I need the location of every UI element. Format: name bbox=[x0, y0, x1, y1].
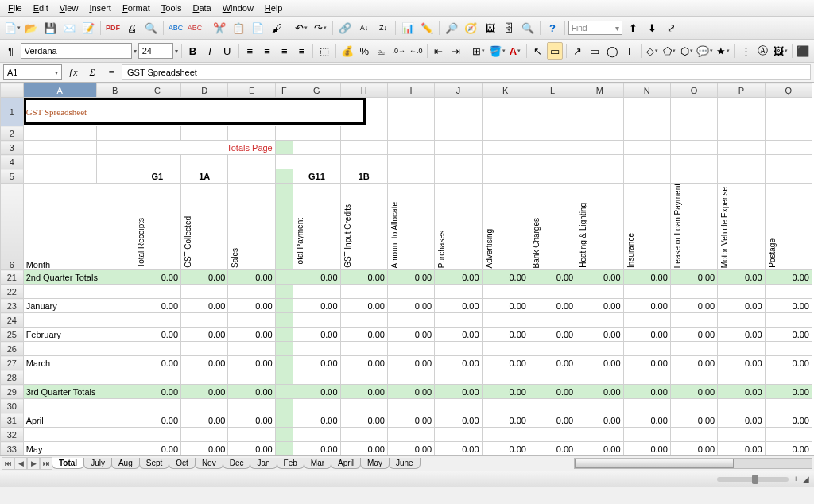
callouts-button[interactable]: 💬 bbox=[696, 42, 714, 60]
cell[interactable]: Insurance bbox=[623, 184, 670, 270]
cell[interactable]: 0.00 bbox=[134, 442, 180, 455]
cell[interactable] bbox=[623, 342, 670, 356]
cell[interactable] bbox=[765, 342, 812, 356]
cell[interactable] bbox=[134, 155, 180, 169]
email-button[interactable]: ✉️ bbox=[60, 19, 78, 37]
cell[interactable]: 0.00 bbox=[529, 270, 576, 285]
align-justify-button[interactable]: ≡ bbox=[294, 42, 310, 60]
cell[interactable] bbox=[275, 399, 293, 413]
cell[interactable]: 0.00 bbox=[435, 442, 482, 455]
cell[interactable]: 0.00 bbox=[529, 328, 576, 342]
cell[interactable] bbox=[134, 370, 180, 385]
row-header[interactable]: 5 bbox=[1, 169, 24, 184]
row-header[interactable]: 32 bbox=[1, 428, 24, 442]
cell[interactable] bbox=[181, 399, 228, 413]
cell[interactable] bbox=[576, 285, 623, 299]
sheet-tab-mar[interactable]: Mar bbox=[304, 458, 331, 469]
title-cell[interactable]: GST Spreadsheet bbox=[23, 98, 387, 126]
cell[interactable]: 0.00 bbox=[765, 413, 812, 428]
copy-button[interactable]: 📋 bbox=[230, 19, 247, 37]
col-header-I[interactable]: I bbox=[387, 83, 434, 98]
cell[interactable] bbox=[670, 285, 717, 299]
cell[interactable]: 0.00 bbox=[482, 356, 529, 370]
cell[interactable]: Month bbox=[23, 184, 134, 270]
cell[interactable]: Sales bbox=[228, 184, 275, 270]
align-left-button[interactable]: ≡ bbox=[242, 42, 258, 60]
cell[interactable] bbox=[275, 285, 293, 299]
hyperlink-button[interactable]: 🔗 bbox=[336, 19, 354, 37]
cell[interactable] bbox=[670, 155, 717, 169]
cell[interactable]: 0.00 bbox=[340, 328, 387, 342]
open-button[interactable]: 📂 bbox=[22, 19, 40, 37]
cell[interactable] bbox=[482, 399, 529, 413]
menu-format[interactable]: Format bbox=[118, 2, 155, 14]
cell[interactable] bbox=[670, 313, 717, 328]
zoom-out-button[interactable]: − bbox=[707, 475, 712, 483]
cell[interactable] bbox=[435, 370, 482, 385]
cell[interactable]: 0.00 bbox=[340, 299, 387, 313]
cell[interactable] bbox=[576, 98, 623, 126]
cell[interactable] bbox=[765, 141, 812, 155]
sheet-tab-feb[interactable]: Feb bbox=[277, 458, 304, 469]
cell[interactable] bbox=[293, 141, 340, 155]
cell[interactable]: 0.00 bbox=[435, 299, 482, 313]
find-replace-button[interactable]: 🔎 bbox=[443, 19, 460, 37]
cell[interactable] bbox=[435, 428, 482, 442]
cell[interactable] bbox=[275, 270, 293, 285]
print-preview-button[interactable]: 🔍 bbox=[142, 19, 160, 37]
cell[interactable] bbox=[718, 370, 765, 385]
cell[interactable]: 0.00 bbox=[340, 442, 387, 455]
text-button[interactable]: T bbox=[622, 42, 638, 60]
cell[interactable]: 0.00 bbox=[340, 385, 387, 399]
cell[interactable] bbox=[435, 342, 482, 356]
cell[interactable] bbox=[228, 126, 275, 141]
cell[interactable]: GST Collected bbox=[181, 184, 228, 270]
cell[interactable] bbox=[134, 342, 180, 356]
cell[interactable]: March bbox=[23, 356, 134, 370]
cell[interactable]: 0.00 bbox=[134, 328, 180, 342]
row-header[interactable]: 28 bbox=[1, 370, 24, 385]
col-header-E[interactable]: E bbox=[228, 83, 275, 98]
cell[interactable] bbox=[529, 285, 576, 299]
cell[interactable]: 0.00 bbox=[670, 299, 717, 313]
cell[interactable]: 0.00 bbox=[340, 413, 387, 428]
cell[interactable]: 0.00 bbox=[482, 385, 529, 399]
cell[interactable] bbox=[718, 98, 765, 126]
cell[interactable]: 0.00 bbox=[765, 442, 812, 455]
cell[interactable] bbox=[387, 342, 434, 356]
cell[interactable] bbox=[23, 370, 134, 385]
cell[interactable]: 0.00 bbox=[623, 413, 670, 428]
cell[interactable] bbox=[228, 370, 275, 385]
cell[interactable]: May bbox=[23, 442, 134, 455]
currency-button[interactable]: 💰 bbox=[339, 42, 355, 60]
cell[interactable]: 0.00 bbox=[181, 413, 228, 428]
cell[interactable] bbox=[765, 155, 812, 169]
cell[interactable] bbox=[482, 126, 529, 141]
col-header-H[interactable]: H bbox=[340, 83, 387, 98]
cell[interactable] bbox=[435, 169, 482, 184]
subtitle-cell[interactable]: Totals Page bbox=[96, 141, 275, 155]
cell[interactable]: Amount to Allocate bbox=[387, 184, 434, 270]
cell[interactable]: 0.00 bbox=[181, 270, 228, 285]
cell[interactable] bbox=[435, 313, 482, 328]
cell[interactable] bbox=[387, 370, 434, 385]
cell[interactable] bbox=[482, 428, 529, 442]
sheet-tab-may[interactable]: May bbox=[360, 458, 390, 469]
row-header[interactable]: 22 bbox=[1, 285, 24, 299]
cell[interactable]: 0.00 bbox=[670, 356, 717, 370]
cell[interactable]: Heating & Lighting bbox=[576, 184, 623, 270]
cell[interactable]: 0.00 bbox=[765, 385, 812, 399]
cell[interactable]: 0.00 bbox=[181, 328, 228, 342]
cell[interactable] bbox=[435, 155, 482, 169]
percent-button[interactable]: % bbox=[356, 42, 372, 60]
cell[interactable] bbox=[387, 141, 434, 155]
cell[interactable] bbox=[228, 428, 275, 442]
cell[interactable]: 0.00 bbox=[134, 299, 180, 313]
column-headers[interactable]: ABCDEFGHIJKLMNOPQ bbox=[1, 83, 812, 98]
cell[interactable] bbox=[340, 428, 387, 442]
cell[interactable]: 0.00 bbox=[387, 270, 434, 285]
cell[interactable] bbox=[529, 169, 576, 184]
align-center-button[interactable]: ≡ bbox=[259, 42, 275, 60]
tab-last-button[interactable]: ⏭ bbox=[40, 457, 52, 470]
col-header-O[interactable]: O bbox=[670, 83, 717, 98]
